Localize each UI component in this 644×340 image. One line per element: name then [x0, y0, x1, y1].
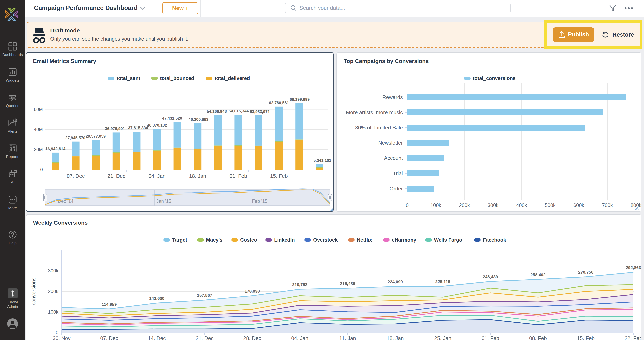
svg-text:04. Jan: 04. Jan	[148, 173, 166, 179]
svg-text:210,752: 210,752	[292, 282, 308, 287]
svg-text:total_sent: total_sent	[116, 76, 140, 81]
svg-text:16,942,814: 16,942,814	[46, 146, 66, 151]
svg-text:29,577,059: 29,577,059	[86, 134, 106, 138]
svg-text:270,756: 270,756	[578, 270, 594, 274]
svg-text:46,200,883: 46,200,883	[188, 117, 208, 122]
svg-text:5,341,101: 5,341,101	[314, 158, 331, 162]
svg-text:60M: 60M	[34, 107, 43, 112]
svg-text:08. Feb: 08. Feb	[529, 335, 547, 340]
svg-text:LinkedIn: LinkedIn	[274, 237, 295, 242]
svg-text:18. Jan: 18. Jan	[189, 173, 206, 179]
svg-text:More artists, more music: More artists, more music	[346, 110, 403, 116]
svg-text:0: 0	[406, 202, 408, 208]
svg-text:07. Dec: 07. Dec	[67, 173, 85, 179]
svg-text:37,815,334: 37,815,334	[128, 126, 148, 130]
svg-text:11. Jan: 11. Jan	[339, 335, 356, 340]
svg-text:300k: 300k	[48, 268, 58, 274]
svg-text:Rewards: Rewards	[382, 94, 403, 100]
svg-text:700k: 700k	[602, 202, 613, 208]
svg-text:conversions: conversions	[30, 278, 36, 306]
svg-text:15. Feb: 15. Feb	[270, 173, 288, 179]
svg-text:Facebook: Facebook	[483, 237, 506, 242]
svg-text:30. Nov: 30. Nov	[52, 335, 70, 340]
svg-text:292,863: 292,863	[626, 265, 641, 270]
svg-text:total_delivered: total_delivered	[214, 76, 250, 81]
svg-text:54,166,948: 54,166,948	[207, 109, 227, 114]
svg-text:25. Jan: 25. Jan	[434, 335, 451, 340]
svg-text:Trial: Trial	[393, 170, 403, 176]
svg-text:Account: Account	[384, 155, 403, 161]
svg-text:143,630: 143,630	[149, 296, 164, 300]
svg-text:Top Campaigns by Conversions: Top Campaigns by Conversions	[344, 58, 429, 64]
svg-text:Feb ’15: Feb ’15	[252, 198, 268, 204]
svg-text:0: 0	[40, 167, 43, 172]
svg-text:Email Metrics Summary: Email Metrics Summary	[33, 58, 96, 64]
svg-text:248,439: 248,439	[483, 274, 498, 279]
svg-text:Netflix: Netflix	[357, 237, 372, 242]
svg-text:07. Dec: 07. Dec	[100, 335, 118, 340]
svg-text:100k: 100k	[430, 202, 442, 208]
svg-text:eHarmony: eHarmony	[392, 237, 416, 242]
svg-text:Order: Order	[390, 186, 403, 192]
svg-text:400k: 400k	[516, 202, 527, 208]
svg-text:114,959: 114,959	[102, 302, 117, 306]
svg-text:258,402: 258,402	[530, 272, 546, 277]
svg-text:28. Dec: 28. Dec	[243, 335, 261, 340]
svg-text:500k: 500k	[545, 202, 556, 208]
svg-text:36,976,901: 36,976,901	[105, 126, 125, 131]
svg-text:224,099: 224,099	[388, 280, 403, 284]
svg-text:53,983,971: 53,983,971	[250, 110, 270, 114]
svg-text:225,115: 225,115	[436, 279, 450, 284]
svg-text:300k: 300k	[488, 202, 498, 208]
svg-text:800k: 800k	[630, 202, 641, 208]
svg-text:47,431,520: 47,431,520	[162, 116, 182, 120]
svg-text:66,199,699: 66,199,699	[290, 97, 310, 102]
svg-text:40,370,132: 40,370,132	[147, 123, 167, 128]
svg-text:18. Jan: 18. Jan	[386, 335, 404, 340]
svg-text:100k: 100k	[48, 309, 58, 314]
svg-text:200k: 200k	[48, 288, 58, 294]
svg-text:Wells Fargo: Wells Fargo	[434, 237, 462, 242]
svg-text:Costco: Costco	[240, 237, 257, 242]
svg-text:54,615,344: 54,615,344	[228, 109, 249, 113]
svg-text:Weekly Conversions: Weekly Conversions	[33, 220, 88, 226]
svg-text:157,867: 157,867	[197, 293, 212, 298]
svg-text:30% off Limited Sale: 30% off Limited Sale	[355, 124, 403, 130]
svg-text:Jan ’15: Jan ’15	[156, 198, 171, 204]
svg-text:22. Feb: 22. Feb	[624, 335, 641, 340]
svg-text:600k: 600k	[574, 202, 584, 208]
svg-text:21. Dec: 21. Dec	[196, 335, 214, 340]
svg-text:total_bounced: total_bounced	[160, 76, 194, 81]
svg-text:215,486: 215,486	[340, 281, 355, 286]
svg-text:Macy's: Macy's	[206, 237, 222, 242]
svg-text:01. Feb: 01. Feb	[230, 173, 247, 179]
svg-text:40M: 40M	[34, 127, 43, 132]
svg-text:0: 0	[56, 330, 58, 335]
svg-text:14. Dec: 14. Dec	[148, 335, 166, 340]
svg-text:21. Dec: 21. Dec	[108, 173, 126, 179]
svg-text:178,838: 178,838	[244, 289, 260, 294]
svg-text:20M: 20M	[34, 147, 43, 152]
svg-text:Overstock: Overstock	[313, 237, 338, 242]
svg-text:Target: Target	[172, 237, 187, 242]
svg-text:27,945,570: 27,945,570	[66, 136, 86, 140]
svg-text:15. Feb: 15. Feb	[577, 335, 594, 340]
svg-text:200k: 200k	[459, 202, 470, 208]
svg-text:01. Feb: 01. Feb	[482, 335, 499, 340]
svg-text:62,780,581: 62,780,581	[269, 100, 289, 105]
svg-text:Newsletter: Newsletter	[378, 140, 403, 146]
svg-text:04. Jan: 04. Jan	[291, 335, 308, 340]
svg-text:total_conversions: total_conversions	[473, 76, 516, 81]
